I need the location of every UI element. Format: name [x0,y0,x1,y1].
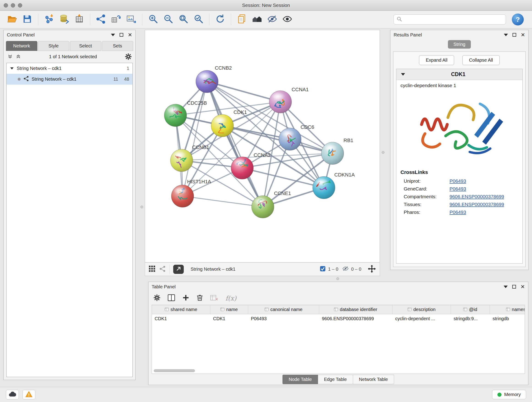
splitter-handle[interactable] [140,206,143,208]
column-header-description[interactable]: description [393,305,451,314]
open-session-button[interactable] [6,13,19,26]
crosslink-link[interactable]: P06493 [450,186,466,191]
new-network-from-selection-button[interactable] [94,13,108,26]
node-CDK1[interactable]: CDK1 [211,109,247,137]
float-panel-icon[interactable] [504,286,508,288]
node-CDKN1A[interactable]: CDKN1A [313,172,355,199]
zoom-in-button[interactable] [146,13,160,26]
zoom-window-button[interactable] [18,3,22,7]
collapse-all-icon[interactable] [7,54,13,59]
delete-table-button[interactable] [210,294,218,302]
search-input[interactable] [404,17,503,22]
network-overview-button[interactable] [159,266,166,273]
column-label: shared name [171,307,197,312]
node-label: HIST1H1A [187,179,211,185]
grid-view-button[interactable] [149,265,156,273]
export-network-button[interactable] [109,13,123,26]
show-all-button[interactable] [281,13,294,26]
node-CDC6[interactable]: CDC6 [279,124,314,150]
column-header-namespac[interactable]: namespac [490,305,525,314]
expand-all-button[interactable]: Expand All [419,55,454,65]
column-header-shared-name[interactable]: shared name [152,305,210,314]
crosslink-link[interactable]: P06493 [450,210,466,215]
tab-sets[interactable]: Sets [102,41,133,51]
pan-tool-button[interactable] [368,265,376,274]
disclosure-triangle-icon[interactable] [10,67,13,70]
network-selection-status: 1 of 1 Network selected [24,54,122,59]
column-header-database-identifier[interactable]: database identifier [319,305,393,314]
table-settings-button[interactable] [153,294,160,302]
network-graph[interactable]: CCNB2CCNA1CDC25BCDK1CDC6RB1CCNB1CCNA2CDK… [145,30,380,262]
tab-style[interactable]: Style [38,41,70,51]
warnings-button[interactable] [22,390,35,400]
node-CCNB2[interactable]: CCNB2 [196,65,232,93]
hide-selected-button[interactable] [266,13,279,26]
horizontal-scrollbar-thumb[interactable] [154,369,195,372]
strip-separator [169,265,170,274]
splitter-handle[interactable] [336,277,339,280]
column-header--id[interactable]: @id [451,305,490,314]
export-image-button[interactable] [125,13,138,26]
save-session-button[interactable] [21,13,34,26]
float-panel-icon[interactable] [504,34,508,36]
close-window-button[interactable] [4,3,8,7]
crosslink-link[interactable]: 9606.ENSP00000378699 [450,194,504,199]
zoom-out-button[interactable] [162,13,175,26]
maximize-panel-icon[interactable] [120,33,123,37]
selected-checkbox-icon[interactable] [320,266,326,273]
delete-column-button[interactable] [196,294,203,302]
close-panel-icon[interactable]: ✕ [128,32,132,38]
memory-button[interactable]: Memory [492,390,526,399]
column-header-name[interactable]: name [210,305,248,314]
add-column-button[interactable] [182,294,189,302]
crosslink-link[interactable]: P06493 [450,178,466,184]
tab-network[interactable]: Network [6,41,37,51]
status-bar: Memory [0,387,532,402]
zoom-selected-button[interactable] [192,13,205,26]
table-tab-node-table[interactable]: Node Table [283,375,318,384]
crosslink-link[interactable]: 9606.ENSP00000378699 [450,202,504,207]
home-view-button[interactable] [250,13,264,26]
expand-all-icon[interactable] [16,54,21,59]
minimize-window-button[interactable] [11,3,15,7]
collapse-section-icon[interactable] [401,73,405,76]
splitter-handle[interactable] [382,151,385,154]
node-RB1[interactable]: RB1 [321,138,353,165]
table-row[interactable]: CDK1CDK1P064939606.ENSP00000378699cyclin… [152,314,525,323]
function-builder-button[interactable]: f(x) [225,294,236,302]
network-collection-row[interactable]: String Network – cdk1 1 [7,63,133,74]
node-CCNA1[interactable]: CCNA1 [269,87,309,113]
table-tab-network-table[interactable]: Network Table [353,375,394,384]
close-panel-icon[interactable]: ✕ [520,284,525,290]
maximize-panel-icon[interactable] [512,285,516,288]
show-columns-button[interactable] [168,294,175,302]
float-panel-icon[interactable] [111,34,115,36]
string-tab[interactable]: String [448,40,471,49]
edge-HIST1H1A-CCNE1[interactable] [183,196,263,207]
import-network-from-database-button[interactable] [57,13,71,26]
gear-icon[interactable] [125,53,132,60]
table-tab-edge-table[interactable]: Edge Table [318,375,353,384]
protein-section-header[interactable]: CDK1 [396,69,522,80]
refresh-button[interactable] [214,13,227,26]
documents-button[interactable] [235,13,249,26]
close-panel-icon[interactable]: ✕ [521,32,525,38]
node-HIST1H1A[interactable]: HIST1H1A [171,179,211,207]
node-label: CDK1 [234,109,247,115]
control-panel-tabs: NetworkStyleSelectSets [6,41,133,51]
detach-view-button[interactable] [173,265,184,274]
maximize-panel-icon[interactable] [513,33,516,37]
import-table-from-file-button[interactable] [73,13,86,26]
import-network-from-file-button[interactable] [42,13,56,26]
hidden-eye-slash-icon[interactable] [342,265,349,273]
cloud-button[interactable] [6,390,19,400]
collapse-all-button[interactable]: Collapse All [462,55,500,65]
network-row[interactable]: String Network – cdk1 11 48 [7,74,133,85]
search-icon [397,16,402,23]
network-canvas[interactable]: CCNB2CCNA1CDC25BCDK1CDC6RB1CCNB1CCNA2CDK… [145,30,380,262]
node-label: CDC6 [301,124,314,130]
zoom-fit-button[interactable] [177,13,190,26]
tab-select[interactable]: Select [70,41,101,51]
column-header-canonical-name[interactable]: canonical name [248,305,319,314]
help-button[interactable]: ? [512,13,524,26]
